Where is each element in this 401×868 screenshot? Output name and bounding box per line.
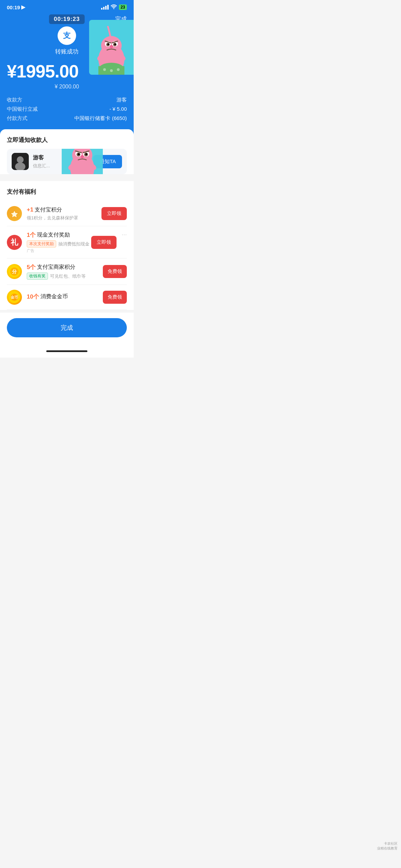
patrick-illustration: [89, 20, 134, 75]
benefit-icon-1: [7, 206, 22, 221]
gift-icon: 礼: [11, 237, 18, 248]
receiver-row: 收款方 游客: [7, 97, 127, 103]
signal-icon: [101, 5, 109, 10]
benefit-icon-3: 分: [7, 264, 22, 279]
benefit-sub-3: 收钱有奖 可兑红包、纸巾等: [27, 273, 103, 280]
svg-point-12: [108, 44, 109, 45]
timer-display: 00:19:23: [54, 16, 80, 22]
benefits-title: 支付有福利: [7, 188, 127, 196]
complete-button[interactable]: 完成: [7, 318, 127, 337]
benefit-content-4: 10个 消费金金币: [27, 293, 103, 302]
benefits-section: 支付有福利 +1 支付宝积分 领1积分，去兑森林保护罩 立即领 礼 1个 现金支…: [0, 181, 134, 310]
benefit-icon-4: 金币: [7, 290, 22, 305]
ad-label-2: 广告: [27, 248, 91, 253]
svg-point-5: [110, 69, 113, 72]
benefit-sub-2: 本次支付奖励 抽消费抵扣现金: [27, 240, 91, 248]
benefit-content-3: 5个 支付宝商家积分 收钱有奖 可兑红包、纸巾等: [27, 263, 103, 280]
contact-name: 游客: [33, 154, 93, 161]
svg-point-20: [17, 156, 24, 163]
contact-avatar: [12, 153, 29, 170]
benefit-label-3: 支付宝商家积分: [37, 264, 75, 271]
status-left: 00:19 ▶: [7, 4, 25, 10]
blue-section: 支 转账成功 ¥1995.00 ¥ 2000.00: [0, 26, 134, 135]
svg-text:金币: 金币: [10, 295, 18, 299]
battery-display: 23: [119, 4, 127, 10]
recipient-avatar-float: [89, 20, 134, 75]
contact-avatar-image: [12, 153, 29, 170]
status-right: 23: [101, 4, 127, 10]
svg-line-35: [76, 151, 82, 153]
benefit-item-2: 礼 1个 现金支付奖励 本次支付奖励 抽消费抵扣现金 广告 立即领 ···: [7, 226, 127, 258]
svg-line-36: [83, 151, 89, 153]
claim-button-4[interactable]: 免费领: [103, 291, 127, 304]
benefit-num-4: 10个: [27, 293, 39, 301]
white-section: 立即通知收款人 游客 信息汇... 通知TA: [0, 129, 134, 174]
discount-value: - ¥ 5.00: [109, 106, 127, 112]
svg-point-4: [103, 68, 106, 71]
alipay-logo: 支: [58, 26, 76, 45]
bottom-bar: 完成: [0, 313, 134, 348]
payment-row: 付款方式 中国银行储蓄卡 (6650): [7, 115, 127, 122]
contact-sub: 信息汇...: [33, 163, 93, 169]
benefit-sub-1: 领1积分，去兑森林保护罩: [27, 215, 101, 221]
alipay-logo-text: 支: [63, 31, 71, 41]
svg-point-13: [114, 44, 116, 45]
benefit-num-2: 1个: [27, 231, 36, 239]
benefit-item-3: 分 5个 支付宝商家积分 收钱有奖 可兑红包、纸巾等 免费领: [7, 258, 127, 285]
discount-row: 中国银行立减 - ¥ 5.00: [7, 106, 127, 112]
benefit-tag-2: 本次支付奖励: [27, 240, 56, 248]
svg-point-6: [117, 68, 120, 71]
home-indicator: [0, 348, 134, 358]
svg-point-16: [110, 45, 113, 48]
benefit-content-1: +1 支付宝积分 领1积分，去兑森林保护罩: [27, 206, 101, 221]
home-bar: [46, 350, 87, 352]
claim-button-2[interactable]: 立即领: [91, 236, 117, 249]
benefit-item-4: 金币 10个 消费金金币 免费领: [7, 285, 127, 310]
time-display: 00:19: [7, 4, 20, 10]
benefit-num-1: +1: [27, 206, 33, 213]
receiver-label: 收款方: [7, 97, 22, 103]
payment-value: 中国银行储蓄卡 (6650): [74, 115, 127, 122]
benefit-label-4: 消费金金币: [40, 293, 68, 300]
notify-button[interactable]: 通知TA: [93, 155, 122, 168]
benefit-content-2: 1个 现金支付奖励 本次支付奖励 抽消费抵扣现金 广告: [27, 231, 91, 253]
notify-title: 立即通知收款人: [7, 136, 127, 144]
contact-card: 游客 信息汇... 通知TA: [7, 149, 127, 174]
claim-button-1[interactable]: 立即领: [101, 207, 127, 220]
location-icon: ▶: [21, 4, 25, 10]
wifi-icon: [111, 4, 117, 10]
benefit-icon-2: 礼: [7, 235, 22, 250]
benefit-label-2: 现金支付奖励: [37, 231, 70, 239]
receiver-value: 游客: [117, 97, 127, 103]
more-dots-2[interactable]: ···: [122, 231, 127, 238]
amount-original: ¥ 2000.00: [7, 84, 127, 90]
benefit-label-1: 支付宝积分: [35, 206, 62, 214]
svg-text:分: 分: [12, 269, 17, 274]
benefit-tag-3: 收钱有奖: [27, 273, 48, 280]
discount-label: 中国银行立减: [7, 106, 38, 112]
benefit-num-3: 5个: [27, 263, 36, 271]
claim-button-3[interactable]: 免费领: [103, 265, 127, 278]
status-bar: 00:19 ▶ 23: [0, 0, 134, 13]
benefit-item-1: +1 支付宝积分 领1积分，去兑森林保护罩 立即领: [7, 201, 127, 226]
payment-label: 付款方式: [7, 115, 27, 122]
contact-info: 游客 信息汇...: [33, 154, 93, 169]
merchant-points-icon: 分: [9, 266, 20, 277]
coin-icon: 金币: [9, 291, 20, 303]
alipay-points-icon: [10, 209, 19, 218]
